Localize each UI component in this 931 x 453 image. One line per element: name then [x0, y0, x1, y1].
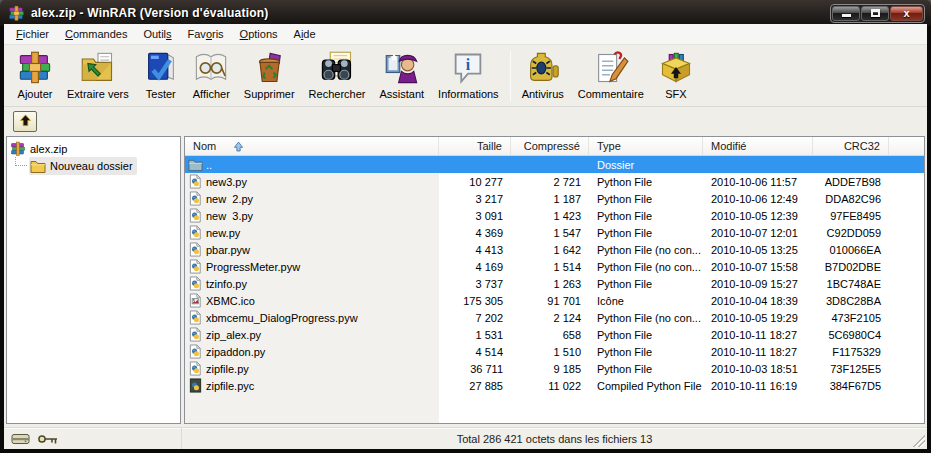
menu-item-favoris[interactable]: Favoris [180, 25, 232, 43]
menu-item-commandes[interactable]: Commandes [57, 25, 135, 43]
cell-compressed: 11 022 [511, 380, 589, 392]
column-header-label: Compressé [524, 140, 580, 152]
toolbar-button-supprimer[interactable]: Supprimer [237, 48, 302, 104]
file-name: ProgressMeter.pyw [206, 261, 300, 273]
cell-size: 3 217 [439, 193, 511, 205]
cell-modified: 2010-10-11 16:19 [703, 380, 813, 392]
toolbar-button-assistant[interactable]: Assistant [372, 48, 431, 104]
cell-modified: 2010-10-05 19:29 [703, 312, 813, 324]
cell-type: Icône [589, 295, 703, 307]
toolbar-label: Commentaire [578, 88, 644, 100]
view-icon [193, 50, 229, 86]
up-folder-button[interactable] [13, 111, 37, 132]
toolbar-button-afficher[interactable]: Afficher [186, 48, 237, 104]
cell-size: 3 091 [439, 210, 511, 222]
window-controls: x [830, 4, 925, 23]
cell-compressed: 658 [511, 329, 589, 341]
cell-crc: 73F125E5 [813, 363, 889, 375]
toolbar-button-rechercher[interactable]: Rechercher [302, 48, 373, 104]
file-list: NomTailleCompresséTypeModifiéCRC32 ..Dos… [184, 136, 925, 424]
file-row-zipfile-py[interactable]: zipfile.py36 7119 185Python File2010-10-… [185, 360, 924, 377]
cell-size: 4 514 [439, 346, 511, 358]
cell-type: Python File [589, 363, 703, 375]
cell-size: 1 531 [439, 329, 511, 341]
address-bar [4, 107, 927, 136]
toolbar-label: Rechercher [309, 88, 366, 100]
column-header-crc32[interactable]: CRC32 [813, 137, 889, 155]
menu-item-aide[interactable]: Aide [286, 25, 324, 43]
toolbar-label: Supprimer [244, 88, 295, 100]
folder-icon [188, 157, 203, 172]
cell-compressed: 1 187 [511, 193, 589, 205]
cell-type: Python File [589, 346, 703, 358]
key-icon[interactable] [37, 433, 59, 445]
file-row-new3-py[interactable]: new3.py10 2772 721Python File2010-10-06 … [185, 173, 924, 190]
cell-compressed: 1 514 [511, 261, 589, 273]
winrar-window: alex.zip - WinRAR (Version d'évaluation)… [0, 0, 931, 453]
file-row-zipfile-pyc[interactable]: zipfile.pyc27 88511 022Compiled Python F… [185, 377, 924, 394]
maximize-button[interactable] [861, 6, 889, 21]
cell-crc: B7D02DBE [813, 261, 889, 273]
toolbar-label: Tester [146, 88, 176, 100]
file-name: xbmcemu_DialogProgress.pyw [206, 312, 358, 324]
toolbar-button-extraire-vers[interactable]: Extraire vers [60, 48, 136, 104]
file-row-xbmc-ico[interactable]: XBMC.ico175 30591 701Icône2010-10-04 18:… [185, 292, 924, 309]
menu-item-outils[interactable]: Outils [135, 25, 179, 43]
file-row-new-3-py[interactable]: new 3.py3 0911 423Python File2010-10-05 … [185, 207, 924, 224]
file-row-tzinfo-py[interactable]: tzinfo.py3 7371 263Python File2010-10-09… [185, 275, 924, 292]
cell-modified: 2010-10-07 15:58 [703, 261, 813, 273]
tree-item-alex-zip[interactable]: alex.zip [9, 140, 178, 157]
toolbar-button-tester[interactable]: Tester [136, 48, 186, 104]
tree-item-label: alex.zip [30, 143, 67, 155]
menu-item-options[interactable]: Options [232, 25, 286, 43]
file-row-new-py[interactable]: new.py4 3691 547Python File2010-10-07 12… [185, 224, 924, 241]
cell-crc: 3D8C28BA [813, 295, 889, 307]
archive-small-icon [10, 141, 26, 157]
minimize-button[interactable] [832, 6, 860, 21]
column-header-nom[interactable]: Nom [185, 137, 439, 155]
titlebar[interactable]: alex.zip - WinRAR (Version d'évaluation)… [0, 0, 931, 24]
file-row-new-2-py[interactable]: new 2.py3 2171 187Python File2010-10-06 … [185, 190, 924, 207]
file-row-pbar-pyw[interactable]: pbar.pyw4 4131 642Python File (no con...… [185, 241, 924, 258]
cell-name: zipaddon.py [185, 344, 439, 359]
toolbar-button-commentaire[interactable]: Commentaire [571, 48, 651, 104]
wizard-icon [384, 50, 420, 86]
cell-name: new3.py [185, 174, 439, 189]
folder-tree: alex.zipNouveau dossier [6, 136, 181, 424]
cell-modified: 2010-10-04 18:39 [703, 295, 813, 307]
file-row-xbmcemu-dialogprogress-pyw[interactable]: xbmcemu_DialogProgress.pyw7 2022 124Pyth… [185, 309, 924, 326]
cell-name: xbmcemu_DialogProgress.pyw [185, 310, 439, 325]
cell-size: 3 737 [439, 278, 511, 290]
column-header-modifi[interactable]: Modifié [703, 137, 813, 155]
cell-size: 10 277 [439, 176, 511, 188]
menu-item-fichier[interactable]: Fichier [8, 25, 57, 43]
column-header-label: Modifié [711, 140, 746, 152]
file-row-progressmeter-pyw[interactable]: ProgressMeter.pyw4 1691 514Python File (… [185, 258, 924, 275]
disk-icon[interactable] [11, 432, 31, 446]
column-header-compress[interactable]: Compressé [511, 137, 589, 155]
toolbar-label: SFX [665, 88, 686, 100]
tree-item-nouveau-dossier[interactable]: Nouveau dossier [9, 157, 178, 174]
file-name: XBMC.ico [206, 295, 255, 307]
cell-type: Python File (no con... [589, 244, 703, 256]
column-header-taille[interactable]: Taille [439, 137, 511, 155]
cell-size: 4 369 [439, 227, 511, 239]
toolbar-label: Assistant [379, 88, 424, 100]
close-button[interactable]: x [890, 6, 923, 21]
cell-name: pbar.pyw [185, 242, 439, 257]
python-file-icon [188, 174, 203, 189]
cell-modified: 2010-10-05 13:25 [703, 244, 813, 256]
file-row-zipaddon-py[interactable]: zipaddon.py4 5141 510Python File2010-10-… [185, 343, 924, 360]
toolbar-label: Extraire vers [67, 88, 129, 100]
toolbar-button-antivirus[interactable]: Antivirus [515, 48, 571, 104]
file-row-zip-alex-py[interactable]: zip_alex.py1 531658Python File2010-10-11… [185, 326, 924, 343]
python-file-icon [188, 310, 203, 325]
toolbar-button-informations[interactable]: iInformations [431, 48, 506, 104]
toolbar-button-sfx[interactable]: SFX [651, 48, 701, 104]
tree-connector [15, 157, 27, 166]
file-row-[interactable]: ..Dossier [185, 156, 924, 173]
resize-grip[interactable] [912, 434, 925, 447]
column-header-type[interactable]: Type [589, 137, 703, 155]
tree-item-label: Nouveau dossier [50, 160, 133, 172]
toolbar-button-ajouter[interactable]: Ajouter [10, 48, 60, 104]
